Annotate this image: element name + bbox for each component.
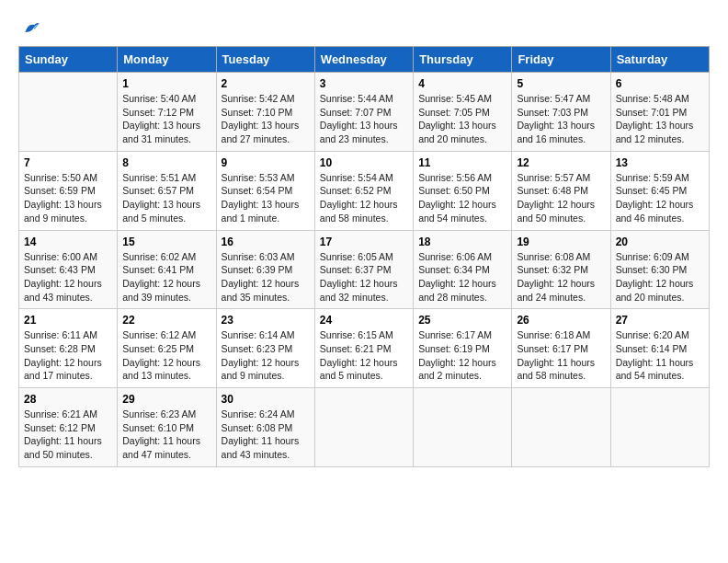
cell-info: Sunrise: 5:40 AM Sunset: 7:12 PM Dayligh… [122, 92, 210, 146]
calendar-cell [314, 388, 413, 467]
day-number: 7 [24, 156, 112, 169]
day-number: 26 [517, 314, 605, 327]
column-header-wednesday: Wednesday [314, 47, 413, 73]
sunrise-text: Sunrise: 6:17 AM [418, 329, 492, 340]
sunset-text: Sunset: 6:41 PM [122, 264, 194, 275]
daylight-text: Daylight: 12 hours and 9 minutes. [222, 357, 300, 382]
sunrise-text: Sunrise: 6:09 AM [616, 251, 689, 262]
calendar-cell: 9 Sunrise: 5:53 AM Sunset: 6:54 PM Dayli… [216, 151, 314, 230]
calendar-cell: 25 Sunrise: 6:17 AM Sunset: 6:19 PM Dayl… [414, 309, 512, 388]
calendar-cell: 6 Sunrise: 5:48 AM Sunset: 7:01 PM Dayli… [610, 73, 709, 152]
calendar-cell: 28 Sunrise: 6:21 AM Sunset: 6:12 PM Dayl… [19, 388, 118, 467]
page-header [18, 18, 710, 37]
sunrise-text: Sunrise: 6:21 AM [24, 408, 97, 419]
calendar-cell: 15 Sunrise: 6:02 AM Sunset: 6:41 PM Dayl… [118, 230, 216, 309]
sunset-text: Sunset: 6:30 PM [616, 264, 688, 275]
calendar-cell: 26 Sunrise: 6:18 AM Sunset: 6:17 PM Dayl… [512, 309, 610, 388]
sunset-text: Sunset: 6:37 PM [320, 264, 392, 275]
day-number: 9 [222, 156, 310, 169]
day-number: 25 [418, 314, 506, 327]
sunset-text: Sunset: 7:03 PM [517, 107, 588, 118]
day-number: 14 [24, 236, 112, 248]
daylight-text: Daylight: 12 hours and 13 minutes. [122, 357, 200, 382]
cell-info: Sunrise: 6:17 AM Sunset: 6:19 PM Dayligh… [418, 328, 506, 383]
daylight-text: Daylight: 12 hours and 17 minutes. [24, 357, 102, 382]
calendar-cell: 16 Sunrise: 6:03 AM Sunset: 6:39 PM Dayl… [216, 230, 314, 309]
logo-bird-icon [22, 18, 40, 37]
daylight-text: Daylight: 13 hours and 27 minutes. [222, 120, 300, 144]
daylight-text: Daylight: 12 hours and 50 minutes. [517, 199, 595, 224]
calendar-cell [19, 73, 118, 152]
calendar-cell: 5 Sunrise: 5:47 AM Sunset: 7:03 PM Dayli… [512, 73, 610, 152]
daylight-text: Daylight: 13 hours and 20 minutes. [418, 120, 496, 144]
sunrise-text: Sunrise: 6:12 AM [122, 329, 196, 340]
daylight-text: Daylight: 11 hours and 54 minutes. [616, 357, 694, 382]
cell-info: Sunrise: 6:15 AM Sunset: 6:21 PM Dayligh… [320, 328, 408, 383]
sunrise-text: Sunrise: 5:57 AM [517, 172, 590, 183]
sunrise-text: Sunrise: 5:53 AM [222, 172, 295, 183]
day-number: 24 [320, 314, 408, 327]
sunrise-text: Sunrise: 5:48 AM [616, 93, 689, 104]
day-number: 27 [616, 314, 704, 327]
cell-info: Sunrise: 6:23 AM Sunset: 6:10 PM Dayligh… [122, 408, 210, 462]
sunrise-text: Sunrise: 5:56 AM [418, 172, 492, 183]
sunrise-text: Sunrise: 6:02 AM [122, 251, 196, 262]
sunrise-text: Sunrise: 5:54 AM [320, 172, 393, 183]
calendar-cell: 18 Sunrise: 6:06 AM Sunset: 6:34 PM Dayl… [414, 230, 512, 309]
calendar-cell: 12 Sunrise: 5:57 AM Sunset: 6:48 PM Dayl… [512, 151, 610, 230]
day-number: 18 [418, 236, 506, 248]
calendar-cell: 27 Sunrise: 6:20 AM Sunset: 6:14 PM Dayl… [610, 309, 709, 388]
sunrise-text: Sunrise: 5:50 AM [24, 172, 97, 183]
calendar-week-row: 14 Sunrise: 6:00 AM Sunset: 6:43 PM Dayl… [19, 230, 710, 309]
cell-info: Sunrise: 5:51 AM Sunset: 6:57 PM Dayligh… [122, 171, 210, 225]
calendar-cell: 24 Sunrise: 6:15 AM Sunset: 6:21 PM Dayl… [314, 309, 413, 388]
sunrise-text: Sunrise: 6:24 AM [222, 408, 295, 419]
calendar-cell: 7 Sunrise: 5:50 AM Sunset: 6:59 PM Dayli… [19, 151, 118, 230]
sunset-text: Sunset: 6:48 PM [517, 185, 588, 196]
cell-info: Sunrise: 5:42 AM Sunset: 7:10 PM Dayligh… [222, 92, 310, 146]
sunrise-text: Sunrise: 5:42 AM [222, 93, 295, 104]
daylight-text: Daylight: 12 hours and 32 minutes. [320, 278, 398, 303]
daylight-text: Daylight: 11 hours and 50 minutes. [24, 435, 102, 460]
logo [18, 18, 42, 37]
sunset-text: Sunset: 6:59 PM [24, 185, 96, 196]
daylight-text: Daylight: 12 hours and 58 minutes. [320, 199, 398, 224]
column-header-tuesday: Tuesday [216, 47, 314, 73]
sunrise-text: Sunrise: 6:03 AM [222, 251, 295, 262]
cell-info: Sunrise: 5:47 AM Sunset: 7:03 PM Dayligh… [517, 92, 605, 146]
sunrise-text: Sunrise: 5:44 AM [320, 93, 393, 104]
sunset-text: Sunset: 6:17 PM [517, 343, 588, 354]
day-number: 13 [616, 156, 704, 169]
column-header-friday: Friday [512, 47, 610, 73]
daylight-text: Daylight: 13 hours and 16 minutes. [517, 120, 595, 144]
calendar-header-row: SundayMondayTuesdayWednesdayThursdayFrid… [19, 47, 710, 73]
cell-info: Sunrise: 6:24 AM Sunset: 6:08 PM Dayligh… [222, 408, 310, 462]
daylight-text: Daylight: 13 hours and 23 minutes. [320, 120, 398, 144]
day-number: 5 [517, 77, 605, 90]
day-number: 6 [616, 77, 704, 90]
day-number: 2 [222, 77, 310, 90]
sunrise-text: Sunrise: 6:08 AM [517, 251, 590, 262]
sunset-text: Sunset: 7:01 PM [616, 107, 688, 118]
cell-info: Sunrise: 6:18 AM Sunset: 6:17 PM Dayligh… [517, 328, 605, 383]
cell-info: Sunrise: 6:05 AM Sunset: 6:37 PM Dayligh… [320, 250, 408, 304]
calendar-cell: 22 Sunrise: 6:12 AM Sunset: 6:25 PM Dayl… [118, 309, 216, 388]
calendar-week-row: 28 Sunrise: 6:21 AM Sunset: 6:12 PM Dayl… [19, 388, 710, 467]
calendar-cell: 2 Sunrise: 5:42 AM Sunset: 7:10 PM Dayli… [216, 73, 314, 152]
cell-info: Sunrise: 6:11 AM Sunset: 6:28 PM Dayligh… [24, 328, 112, 383]
calendar-cell: 1 Sunrise: 5:40 AM Sunset: 7:12 PM Dayli… [118, 73, 216, 152]
calendar-cell: 13 Sunrise: 5:59 AM Sunset: 6:45 PM Dayl… [610, 151, 709, 230]
cell-info: Sunrise: 6:21 AM Sunset: 6:12 PM Dayligh… [24, 408, 112, 462]
sunset-text: Sunset: 6:45 PM [616, 185, 688, 196]
cell-info: Sunrise: 5:56 AM Sunset: 6:50 PM Dayligh… [418, 171, 506, 225]
column-header-sunday: Sunday [19, 47, 118, 73]
calendar-cell: 30 Sunrise: 6:24 AM Sunset: 6:08 PM Dayl… [216, 388, 314, 467]
daylight-text: Daylight: 12 hours and 46 minutes. [616, 199, 694, 224]
daylight-text: Daylight: 12 hours and 24 minutes. [517, 278, 595, 303]
column-header-monday: Monday [118, 47, 216, 73]
sunrise-text: Sunrise: 6:00 AM [24, 251, 97, 262]
cell-info: Sunrise: 5:44 AM Sunset: 7:07 PM Dayligh… [320, 92, 408, 146]
sunset-text: Sunset: 6:10 PM [122, 422, 194, 433]
sunrise-text: Sunrise: 5:40 AM [122, 93, 196, 104]
calendar-week-row: 1 Sunrise: 5:40 AM Sunset: 7:12 PM Dayli… [19, 73, 710, 152]
